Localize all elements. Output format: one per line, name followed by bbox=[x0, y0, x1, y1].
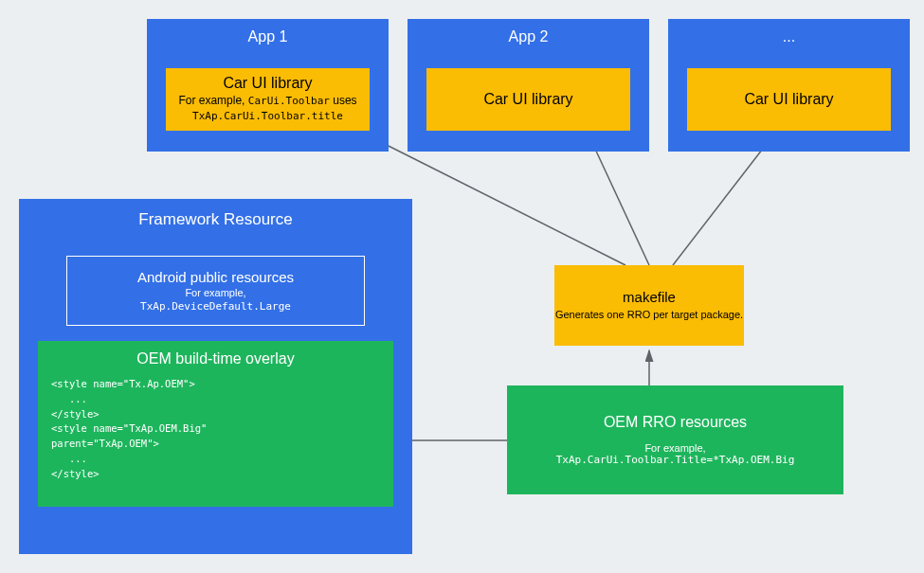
car-ui-library-box: Car UI library bbox=[426, 68, 630, 131]
oem-build-time-overlay-box: OEM build-time overlay <style name="Tx.A… bbox=[38, 341, 393, 507]
app-box-2: App 2 Car UI library bbox=[408, 19, 649, 152]
makefile-sub: Generates one RRO per target package. bbox=[554, 308, 744, 321]
public-sub: For example, bbox=[67, 287, 364, 298]
overlay-code: <style name="Tx.Ap.OEM"> ... </style> <s… bbox=[51, 377, 380, 481]
public-title: Android public resources bbox=[67, 269, 364, 285]
rro-code: TxAp.CarUi.Toolbar.Title=*TxAp.OEM.Big bbox=[507, 454, 843, 466]
app-title: ... bbox=[668, 19, 910, 45]
car-ui-library-box: Car UI library For example, CarUi.Toolba… bbox=[166, 68, 370, 131]
rro-sub: For example, bbox=[507, 442, 843, 454]
framework-resource-box: Framework Resource Android public resour… bbox=[19, 199, 412, 554]
framework-title: Framework Resource bbox=[19, 199, 412, 229]
lib-subtext: For example, CarUi.Toolbar uses TxAp.Car… bbox=[178, 94, 356, 123]
app-title: App 1 bbox=[147, 19, 389, 45]
lib-title: Car UI library bbox=[223, 75, 312, 92]
public-code: TxAp.DeviceDefault.Large bbox=[67, 300, 364, 313]
lib-title: Car UI library bbox=[744, 91, 833, 108]
svg-line-1 bbox=[588, 133, 649, 265]
app-box-3: ... Car UI library bbox=[668, 19, 910, 152]
makefile-title: makefile bbox=[554, 289, 744, 305]
app-title: App 2 bbox=[408, 19, 649, 45]
oem-rro-resources-box: OEM RRO resources For example, TxAp.CarU… bbox=[507, 385, 843, 494]
lib-title: Car UI library bbox=[483, 91, 572, 108]
rro-title: OEM RRO resources bbox=[507, 414, 843, 431]
android-public-resources-box: Android public resources For example, Tx… bbox=[66, 256, 365, 326]
car-ui-library-box: Car UI library bbox=[687, 68, 891, 131]
overlay-title: OEM build-time overlay bbox=[38, 341, 393, 367]
svg-line-2 bbox=[673, 133, 775, 265]
makefile-box: makefile Generates one RRO per target pa… bbox=[554, 265, 744, 346]
app-box-1: App 1 Car UI library For example, CarUi.… bbox=[147, 19, 389, 152]
